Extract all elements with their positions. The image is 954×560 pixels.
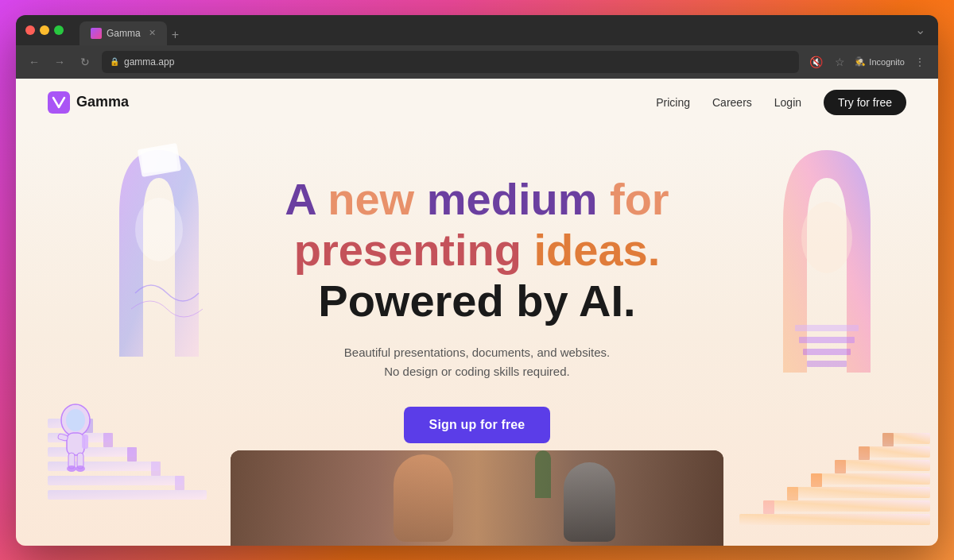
svg-point-40 [76,465,85,472]
left-stairs-decoration [40,347,215,522]
traffic-lights [25,25,64,35]
svg-rect-16 [151,462,161,476]
login-link[interactable]: Login [774,96,801,109]
site-nav-links: Pricing Careers Login Try for free [656,90,906,115]
person-left [394,454,453,542]
back-button[interactable]: ← [25,53,43,71]
lock-icon: 🔒 [110,57,119,66]
bookmark-icon[interactable]: ☆ [831,53,848,71]
svg-point-1 [135,198,183,261]
browser-tabs: Gamma ✕ + [80,15,179,45]
incognito-label: Incognito [869,57,905,67]
svg-point-39 [67,465,76,472]
incognito-indicator: 🕵️ Incognito [855,56,905,67]
incognito-icon: 🕵️ [855,56,866,67]
url-text: gamma.app [124,56,174,68]
mute-icon[interactable]: 🔇 [807,53,824,71]
new-tab-button[interactable]: + [172,28,179,45]
svg-rect-3 [141,147,177,173]
astronaut-decoration [54,403,98,474]
svg-rect-20 [739,514,930,525]
svg-rect-35 [67,433,84,455]
svg-rect-22 [787,487,930,498]
svg-rect-31 [859,446,870,460]
svg-rect-41 [57,433,68,441]
address-bar[interactable]: 🔒 gamma.app [102,51,799,73]
tab-title: Gamma [107,28,141,39]
svg-point-4 [801,202,852,273]
careers-link[interactable]: Careers [712,96,752,109]
active-tab[interactable]: Gamma ✕ [80,21,167,45]
browser-window: Gamma ✕ + ⌄ ← → ↻ 🔒 gamma.app 🔇 ☆ 🕵️ Inc… [16,15,938,546]
svg-rect-24 [835,460,930,471]
svg-rect-18 [103,433,113,447]
site-navbar: Gamma Pricing Careers Login Try for free [16,79,938,126]
browser-titlebar: Gamma ✕ + ⌄ [16,15,938,45]
svg-rect-11 [48,462,159,471]
video-inner [231,450,723,546]
svg-rect-7 [803,349,851,355]
window-controls: ⌄ [915,22,929,37]
person-right [564,462,615,542]
signup-button[interactable]: Sign up for free [404,407,551,443]
video-preview [231,450,723,546]
svg-rect-15 [175,476,184,490]
headline-word-new: new [328,174,426,224]
pricing-link[interactable]: Pricing [656,96,690,109]
svg-rect-10 [48,476,183,485]
headline-word-for: for [610,174,669,224]
svg-point-33 [61,404,90,436]
video-bg [231,450,723,546]
svg-rect-12 [48,447,135,457]
headline-word-presenting: presenting [294,225,534,275]
headline-line-3: Powered by AI. [285,276,669,326]
svg-rect-28 [787,487,798,500]
svg-rect-19 [83,419,93,433]
svg-rect-27 [763,500,774,514]
svg-rect-2 [138,142,181,176]
svg-rect-8 [807,361,847,367]
svg-rect-17 [127,447,137,462]
maximize-button[interactable] [54,25,64,35]
tab-favicon [91,28,102,39]
minimize-button[interactable] [40,25,49,35]
svg-rect-26 [882,433,930,444]
svg-rect-21 [763,500,930,512]
svg-rect-38 [77,453,83,469]
plant-decoration [535,450,551,498]
close-button[interactable] [25,25,35,35]
svg-rect-0 [48,91,70,114]
hero-section: A new medium for presenting ideas. Power… [16,126,938,546]
try-for-free-button[interactable]: Try for free [824,90,906,115]
logo-text: Gamma [76,94,129,110]
right-stairs-decoration [731,355,938,546]
more-options-icon[interactable]: ⋮ [911,53,929,71]
toolbar-right: 🔇 ☆ 🕵️ Incognito ⋮ [807,53,929,71]
svg-point-34 [66,409,85,431]
browser-toolbar: ← → ↻ 🔒 gamma.app 🔇 ☆ 🕵️ Incognito ⋮ [16,45,938,79]
headline-word-medium: medium [427,174,610,224]
svg-rect-29 [811,473,822,487]
left-portal-decoration [95,134,223,388]
refresh-button[interactable]: ↻ [76,53,94,71]
tab-close-icon[interactable]: ✕ [149,28,156,38]
svg-rect-30 [835,460,846,473]
headline-word-a: A [285,174,328,224]
headline-line-1: A new medium for [285,174,669,225]
hero-subtitle: Beautiful presentations, documents, and … [285,343,669,381]
svg-rect-14 [48,419,91,428]
svg-rect-13 [48,433,111,442]
headline-word-ideas: ideas. [534,225,661,275]
svg-rect-25 [859,446,930,458]
svg-rect-9 [48,490,207,500]
hero-headline: A new medium for presenting ideas. Power… [285,174,669,327]
right-portal-decoration [763,134,890,404]
subtitle-line-2: No design or coding skills required. [384,365,569,378]
forward-button[interactable]: → [51,53,68,71]
svg-rect-6 [799,337,855,343]
page-content: Gamma Pricing Careers Login Try for free [16,79,938,546]
svg-rect-36 [82,434,88,449]
hero-content: A new medium for presenting ideas. Power… [285,126,669,443]
subtitle-line-1: Beautiful presentations, documents, and … [344,346,610,359]
site-logo[interactable]: Gamma [48,91,129,114]
